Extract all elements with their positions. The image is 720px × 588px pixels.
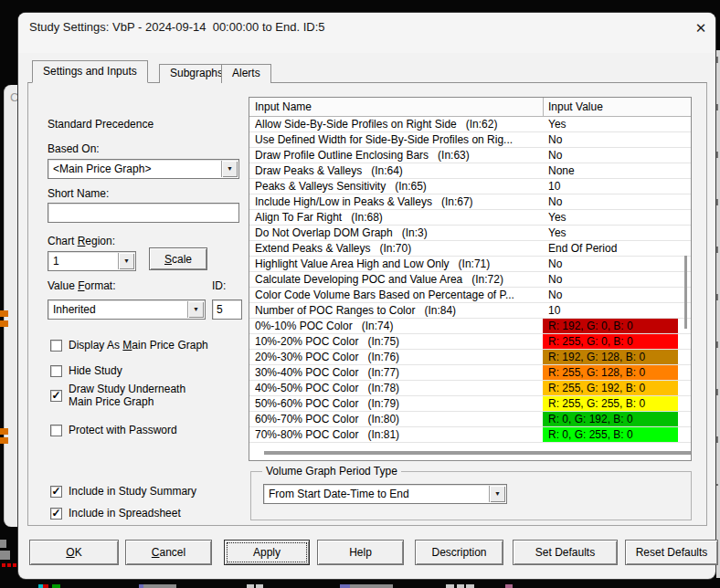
table-row[interactable]: Do Not Overlap DOM Graph (In:3)Yes bbox=[249, 226, 691, 241]
bottom-strip-segment bbox=[505, 584, 513, 588]
description-button[interactable]: Description bbox=[415, 540, 503, 565]
checkbox-label: Draw Study Underneath Main Price Graph bbox=[69, 383, 185, 408]
table-row[interactable]: Include High/Low in Peaks & Valleys (In:… bbox=[249, 194, 691, 210]
input-name-cell: 0%-10% POC Color (In:74) bbox=[255, 320, 540, 332]
table-row[interactable]: Draw Profile Outline Enclosing Bars (In:… bbox=[249, 148, 691, 163]
close-icon[interactable]: ✕ bbox=[690, 17, 712, 39]
input-name-cell: Peaks & Valleys Sensitivity (In:65) bbox=[255, 180, 540, 193]
checkbox-checked-icon[interactable]: ✓ bbox=[50, 508, 62, 520]
study-settings-dialog: Study Settings: VbP - 2024-09-14 00:00:0… bbox=[18, 13, 715, 579]
checkbox-protect-with-password[interactable]: Protect with Password bbox=[50, 423, 177, 437]
poc-color-cell[interactable]: R: 0, G: 255, B: 0 bbox=[543, 427, 678, 442]
chevron-down-icon[interactable]: ▼ bbox=[187, 301, 204, 318]
checkbox-include-in-spreadsheet[interactable]: ✓Include in Spreadsheet bbox=[50, 506, 181, 520]
chart-region-select[interactable]: 1 ▼ bbox=[48, 251, 136, 271]
reset-defaults-button[interactable]: Reset Defaults bbox=[625, 540, 718, 565]
ok-button[interactable]: OK bbox=[29, 540, 119, 565]
input-value-cell[interactable]: No bbox=[548, 257, 562, 270]
table-row[interactable]: 70%-80% POC Color (In:81)R: 0, G: 255, B… bbox=[249, 427, 691, 443]
table-row[interactable]: Allow Side-By-Side Profiles on Right Sid… bbox=[249, 117, 691, 132]
input-value-cell[interactable]: Yes bbox=[548, 211, 566, 224]
table-row[interactable]: 40%-50% POC Color (In:78)R: 255, G: 192,… bbox=[249, 381, 691, 396]
period-type-select[interactable]: From Start Date-Time to End ▼ bbox=[263, 484, 507, 504]
table-row[interactable]: 0%-10% POC Color (In:74)R: 192, G: 0, B:… bbox=[249, 319, 691, 334]
input-name-cell: 30%-40% POC Color (In:77) bbox=[255, 366, 540, 379]
input-value-cell[interactable]: No bbox=[548, 289, 562, 301]
background-chart-artifact bbox=[0, 437, 8, 444]
help-button[interactable]: Help bbox=[317, 540, 404, 565]
checkbox-unchecked-icon[interactable] bbox=[50, 340, 62, 352]
checkbox-unchecked-icon[interactable] bbox=[50, 425, 62, 436]
column-header-input-value[interactable]: Input Value bbox=[548, 100, 603, 113]
table-row[interactable]: Extend Peaks & Valleys (In:70)End Of Per… bbox=[249, 241, 691, 257]
table-row[interactable]: Peaks & Valleys Sensitivity (In:65)10 bbox=[249, 179, 691, 194]
value-format-select[interactable]: Inherited ▼ bbox=[48, 299, 206, 320]
background-chart-artifact bbox=[0, 428, 8, 435]
input-name-cell: Highlight Value Area High and Low Only (… bbox=[255, 257, 540, 270]
table-row[interactable]: Highlight Value Area High and Low Only (… bbox=[249, 257, 691, 272]
table-row[interactable]: Draw Peaks & Valleys (In:64)None bbox=[249, 163, 691, 179]
chevron-down-icon[interactable]: ▼ bbox=[221, 161, 238, 177]
background-window-text: C bbox=[10, 90, 18, 104]
checkbox-display-as-main-price-graph[interactable]: Display As Main Price Graph bbox=[50, 338, 208, 352]
poc-color-cell[interactable]: R: 0, G: 192, B: 0 bbox=[543, 412, 678, 426]
table-row[interactable]: Color Code Volume Bars Based on Percenta… bbox=[249, 288, 691, 303]
table-row[interactable]: 50%-60% POC Color (In:79)R: 255, G: 255,… bbox=[249, 396, 691, 412]
table-rows: Allow Side-By-Side Profiles on Right Sid… bbox=[249, 117, 691, 443]
table-row[interactable]: 20%-30% POC Color (In:76)R: 192, G: 128,… bbox=[249, 350, 691, 365]
checkbox-checked-icon[interactable]: ✓ bbox=[50, 486, 62, 498]
table-row[interactable]: Use Defined Width for Side-By-Side Profi… bbox=[249, 132, 691, 148]
table-row[interactable]: Number of POC Ranges to Color (In:84)10 bbox=[249, 303, 691, 319]
background-chart-strip bbox=[0, 584, 720, 588]
tab-settings-and-inputs[interactable]: Settings and Inputs bbox=[32, 60, 148, 83]
checkbox-unchecked-icon[interactable] bbox=[50, 365, 62, 377]
poc-color-cell[interactable]: R: 192, G: 128, B: 0 bbox=[543, 350, 678, 364]
input-value-cell[interactable]: None bbox=[548, 164, 575, 177]
horizontal-scrollbar-thumb[interactable] bbox=[264, 451, 691, 455]
input-value-cell[interactable]: No bbox=[548, 273, 562, 286]
id-input[interactable] bbox=[212, 299, 242, 320]
poc-color-cell[interactable]: R: 255, G: 192, B: 0 bbox=[543, 381, 678, 395]
group-box-label: Volume Graph Period Type bbox=[262, 465, 401, 478]
poc-color-cell[interactable]: R: 255, G: 0, B: 0 bbox=[543, 334, 678, 349]
based-on-select[interactable]: <Main Price Graph> ▼ bbox=[48, 159, 239, 179]
set-defaults-button[interactable]: Set Defaults bbox=[513, 540, 618, 565]
input-value-cell[interactable]: 10 bbox=[548, 180, 560, 193]
background-chart-artifact bbox=[0, 551, 10, 560]
checkbox-hide-study[interactable]: Hide Study bbox=[50, 363, 122, 378]
chevron-down-icon[interactable]: ▼ bbox=[489, 486, 505, 502]
column-divider[interactable] bbox=[543, 98, 544, 117]
poc-color-cell[interactable]: R: 255, G: 128, B: 0 bbox=[543, 365, 678, 380]
input-value-cell[interactable]: 10 bbox=[548, 304, 560, 317]
table-row[interactable]: Align To Far Right (In:68)Yes bbox=[249, 210, 691, 226]
input-value-cell[interactable]: Yes bbox=[548, 226, 566, 239]
cancel-button[interactable]: Cancel bbox=[125, 540, 212, 565]
input-value-cell[interactable]: No bbox=[548, 133, 562, 146]
table-row[interactable]: 10%-20% POC Color (In:75)R: 255, G: 0, B… bbox=[249, 334, 691, 350]
table-row[interactable]: 30%-40% POC Color (In:77)R: 255, G: 128,… bbox=[249, 365, 691, 381]
short-name-input[interactable] bbox=[48, 203, 239, 223]
input-value-cell[interactable]: Yes bbox=[548, 118, 566, 131]
vertical-scrollbar-thumb[interactable] bbox=[684, 256, 687, 329]
poc-color-cell[interactable]: R: 255, G: 255, B: 0 bbox=[543, 396, 678, 411]
scale-button[interactable]: Scale bbox=[149, 247, 207, 270]
title-bar[interactable]: Study Settings: VbP - 2024-09-14 00:00:0… bbox=[18, 13, 715, 53]
input-name-cell: Extend Peaks & Valleys (In:70) bbox=[255, 242, 540, 255]
table-row[interactable]: Calculate Developing POC and Value Area … bbox=[249, 272, 691, 288]
input-value-cell[interactable]: No bbox=[548, 149, 562, 162]
input-value-cell[interactable]: End Of Period bbox=[548, 242, 617, 255]
input-value-cell[interactable]: No bbox=[548, 195, 562, 208]
poc-color-cell[interactable]: R: 192, G: 0, B: 0 bbox=[543, 319, 678, 333]
checkbox-draw-study-underneath[interactable]: ✓Draw Study Underneath Main Price Graph bbox=[50, 382, 185, 409]
bottom-strip-segment bbox=[43, 584, 48, 588]
chevron-down-icon[interactable]: ▼ bbox=[118, 253, 134, 269]
column-header-input-name[interactable]: Input Name bbox=[255, 100, 312, 113]
tab-alerts[interactable]: Alerts bbox=[221, 64, 271, 83]
checkbox-include-in-study-summary[interactable]: ✓Include in Study Summary bbox=[50, 484, 196, 499]
checkbox-checked-icon[interactable]: ✓ bbox=[50, 390, 62, 402]
apply-button[interactable]: Apply bbox=[224, 540, 310, 565]
input-name-cell: Draw Profile Outline Enclosing Bars (In:… bbox=[255, 149, 540, 162]
background-window-edge-ticks bbox=[716, 57, 718, 486]
table-row[interactable]: 60%-70% POC Color (In:80)R: 0, G: 192, B… bbox=[249, 412, 691, 427]
background-chart-artifact bbox=[0, 310, 8, 317]
